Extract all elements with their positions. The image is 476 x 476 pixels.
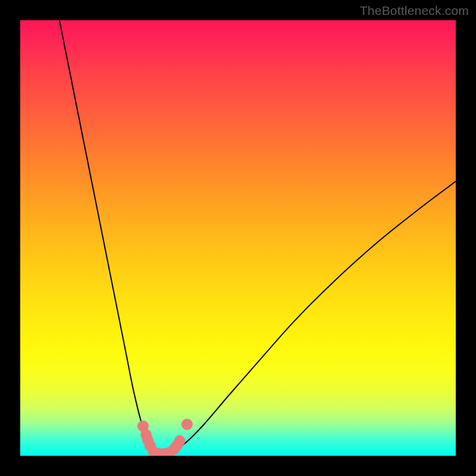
plot-area — [20, 20, 456, 456]
marker-dot — [174, 436, 185, 447]
chart-svg — [20, 20, 456, 456]
bottleneck-curve — [60, 20, 456, 454]
watermark-text: TheBottleneck.com — [360, 4, 469, 18]
marker-dot — [181, 419, 193, 430]
highlight-markers — [137, 419, 193, 456]
